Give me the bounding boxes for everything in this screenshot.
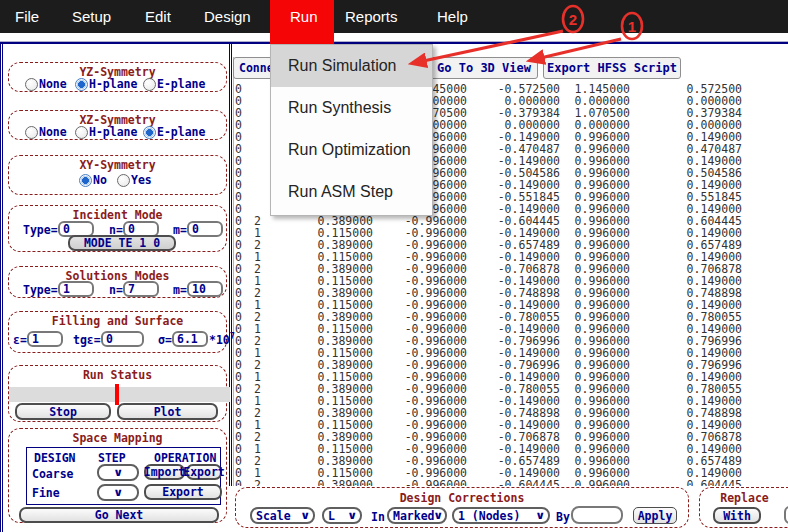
xy-symmetry-group: XY-Symmetry NoYes	[8, 155, 227, 195]
radio-label: E-plane	[157, 77, 205, 91]
sigma-label: σ=	[158, 333, 172, 347]
design-column-header: DESIGN	[34, 451, 76, 465]
space-mapping-table: DESIGN STEP OPERATION Coarse ∨ Import Ex…	[26, 447, 221, 505]
menu-item-run-synthesis[interactable]: Run Synthesis	[271, 87, 432, 129]
chevron-down-icon: ∨	[536, 509, 545, 522]
go-next-button[interactable]: Go Next	[19, 507, 219, 523]
menu-item-run-simulation[interactable]: Run Simulation	[271, 45, 432, 87]
progress-bar	[9, 387, 230, 402]
group-title: Run Status	[9, 368, 226, 382]
table-cell	[245, 179, 261, 191]
chevron-down-icon: ∨	[301, 509, 310, 522]
window-left-frame	[0, 44, 3, 532]
coarse-import-button[interactable]: Import	[144, 464, 185, 480]
correction-type-select[interactable]: Scale∨	[250, 507, 315, 524]
radio-label: None	[39, 77, 67, 91]
export-hfss-script-button[interactable]: Export HFSS Script	[543, 57, 681, 79]
menu-item-run-asm-step[interactable]: Run ASM Step	[271, 171, 432, 213]
tg-label: tgε=	[73, 333, 101, 347]
radio-label: H-plane	[89, 125, 137, 139]
dimension-select[interactable]: L∨	[322, 507, 362, 524]
run-dropdown-menu: Run SimulationRun SynthesisRun Optimizat…	[270, 44, 433, 216]
operation-column-header: OPERATION	[154, 451, 216, 465]
in-label: In	[371, 510, 385, 524]
menubar-item-reports[interactable]: Reports	[345, 8, 398, 25]
solutions-m-field[interactable]: 10	[187, 281, 223, 297]
solutions-n-field[interactable]: 7	[123, 281, 159, 297]
step-column-header: STEP	[98, 451, 126, 465]
menubar-item-design[interactable]: Design	[204, 8, 251, 25]
menubar-item-help[interactable]: Help	[437, 8, 468, 25]
mode-te-button[interactable]: MODE TE 1 0	[68, 235, 176, 251]
incident-mode-group: Incident Mode Type= 0 n= 0 m= 0 MODE TE …	[8, 205, 227, 252]
group-title: Space Mapping	[9, 431, 226, 445]
table-cell	[245, 143, 261, 155]
chevron-down-icon: ∨	[433, 509, 442, 522]
group-title: Incident Mode	[9, 208, 226, 222]
replace-with-button[interactable]: With	[713, 507, 761, 524]
space-mapping-group: Space Mapping DESIGN STEP OPERATION Coar…	[8, 428, 227, 523]
table-border	[233, 57, 234, 487]
radio-yz-symmetry-h-plane[interactable]: H-plane	[75, 77, 137, 91]
radio-yz-symmetry-none[interactable]: None	[25, 77, 67, 91]
type-label: Type=	[23, 223, 58, 237]
radio-circle-icon	[143, 78, 156, 91]
chevron-down-icon: ∨	[114, 466, 123, 479]
radio-circle-icon	[75, 78, 88, 91]
radio-xz-symmetry-h-plane[interactable]: H-plane	[75, 125, 137, 139]
incident-m-field[interactable]: 0	[187, 221, 223, 237]
radio-yz-symmetry-e-plane[interactable]: E-plane	[143, 77, 205, 91]
plot-button[interactable]: Plot	[117, 403, 218, 420]
radio-circle-icon	[75, 126, 88, 139]
go-to-3d-view-button[interactable]: Go To 3D View	[430, 57, 538, 79]
menubar-item-edit[interactable]: Edit	[145, 8, 171, 25]
epsilon-field[interactable]: 1	[27, 331, 63, 347]
chevron-down-icon: ∨	[348, 509, 357, 522]
group-title: Replace	[700, 491, 788, 505]
apply-button[interactable]: Apply	[633, 507, 677, 524]
marked-select[interactable]: Marked∨	[387, 507, 447, 524]
radio-label: Yes	[131, 173, 152, 187]
type-label: Type=	[23, 283, 58, 297]
radio-label: H-plane	[89, 77, 137, 91]
radio-xz-symmetry-none[interactable]: None	[25, 125, 67, 139]
progress-marker	[115, 384, 119, 405]
menubar-item-run[interactable]: Run	[290, 8, 318, 25]
table-cell	[245, 95, 261, 107]
radio-circle-icon	[25, 126, 38, 139]
menubar-item-setup[interactable]: Setup	[72, 8, 111, 25]
filling-surface-group: Filling and Surface ε= 1 tgε= 0 σ= 6.1 *…	[8, 311, 227, 353]
radio-xz-symmetry-e-plane[interactable]: E-plane	[143, 125, 205, 139]
radio-circle-icon	[25, 78, 38, 91]
run-status-group: Run Status Stop Plot	[8, 365, 227, 422]
radio-label: No	[93, 173, 107, 187]
radio-circle-icon	[79, 174, 92, 187]
radio-label: E-plane	[157, 125, 205, 139]
fine-export-button[interactable]: Export	[144, 484, 222, 500]
sigma-multiplier: *107	[209, 331, 235, 347]
solutions-type-field[interactable]: 1	[58, 281, 94, 297]
coarse-step-select[interactable]: ∨	[97, 464, 139, 481]
yz-symmetry-group: YZ-Symmetry NoneH-planeE-plane	[8, 62, 227, 92]
radio-xy-symmetry-yes[interactable]: Yes	[117, 173, 152, 187]
nodes-select[interactable]: 1 (Nodes)∨	[452, 507, 550, 524]
n-label: n=	[109, 283, 123, 297]
by-input[interactable]	[571, 506, 623, 524]
menu-item-run-optimization[interactable]: Run Optimization	[271, 129, 432, 171]
menubar-item-file[interactable]: File	[15, 8, 39, 25]
radio-circle-icon	[143, 126, 156, 139]
replace-group: Replace With	[699, 487, 788, 528]
replace-input[interactable]	[784, 506, 788, 524]
table-cell	[245, 191, 261, 203]
radio-circle-icon	[117, 174, 130, 187]
table-cell	[245, 155, 261, 167]
radio-xy-symmetry-no[interactable]: No	[79, 173, 107, 187]
design-corrections-group: Design Corrections Scale∨ L∨ In Marked∨ …	[235, 487, 689, 528]
m-label: m=	[173, 223, 187, 237]
tg-field[interactable]: 0	[101, 331, 144, 347]
coarse-export-button[interactable]: Export	[186, 464, 222, 480]
table-cell	[245, 107, 261, 119]
stop-button[interactable]: Stop	[15, 403, 111, 420]
sigma-field[interactable]: 6.1	[172, 331, 208, 347]
fine-step-select[interactable]: ∨	[97, 484, 139, 501]
